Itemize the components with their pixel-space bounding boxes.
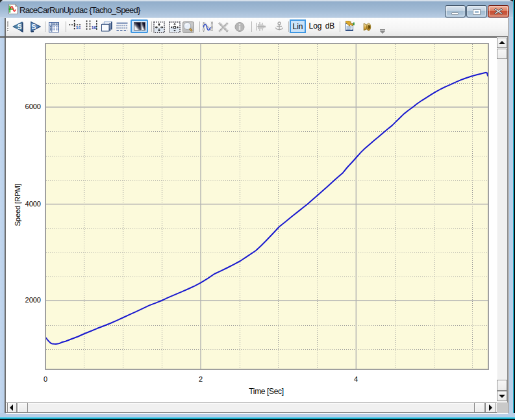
svg-text:S: S (18, 23, 22, 31)
svg-text:10: 10 (76, 25, 81, 31)
svg-text:S: S (32, 23, 36, 31)
svg-text:10: 10 (91, 25, 96, 31)
